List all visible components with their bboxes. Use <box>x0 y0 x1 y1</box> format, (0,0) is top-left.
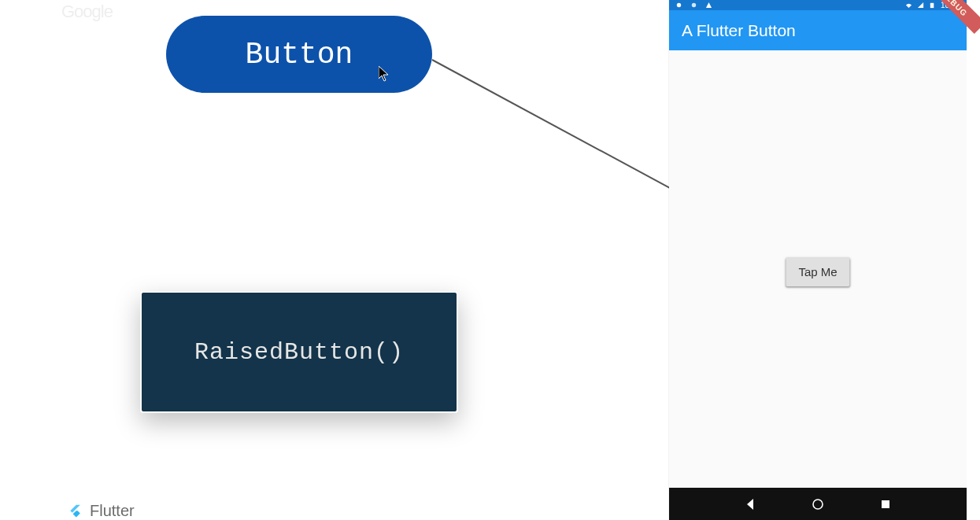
flutter-brand-text: Flutter <box>90 502 135 520</box>
google-watermark: Google <box>61 2 113 22</box>
svg-point-4 <box>813 500 823 509</box>
svg-rect-5 <box>882 500 889 508</box>
svg-point-2 <box>692 3 696 7</box>
demo-button[interactable]: Button <box>166 16 432 93</box>
tap-me-label: Tap Me <box>798 265 837 278</box>
demo-button-label: Button <box>246 38 353 72</box>
status-icon-2 <box>690 2 697 9</box>
status-icon-3 <box>705 2 712 9</box>
code-snippet: RaisedButton() <box>140 291 458 413</box>
svg-rect-3 <box>930 3 934 8</box>
battery-icon <box>929 2 936 9</box>
nav-back-icon[interactable] <box>743 497 757 511</box>
app-bar: A Flutter Button <box>669 10 967 50</box>
phone-emulator: 10:54 DEBUG A Flutter Button Tap Me <box>669 0 967 520</box>
wifi-icon <box>905 2 912 9</box>
svg-point-1 <box>677 3 681 7</box>
signal-icon <box>917 2 924 9</box>
phone-body: Tap Me <box>669 50 967 488</box>
status-icon-1 <box>675 2 682 9</box>
flutter-brand: Flutter <box>68 502 135 520</box>
tap-me-button[interactable]: Tap Me <box>786 257 849 286</box>
status-left <box>675 2 712 9</box>
nav-home-icon[interactable] <box>811 497 825 511</box>
flutter-logo-icon <box>68 503 83 520</box>
google-watermark-text: Google <box>61 2 113 21</box>
app-title: A Flutter Button <box>682 21 796 40</box>
code-text: RaisedButton() <box>194 339 404 366</box>
android-nav-bar <box>669 488 967 520</box>
nav-recent-icon[interactable] <box>878 497 893 511</box>
status-bar: 10:54 <box>669 0 967 10</box>
